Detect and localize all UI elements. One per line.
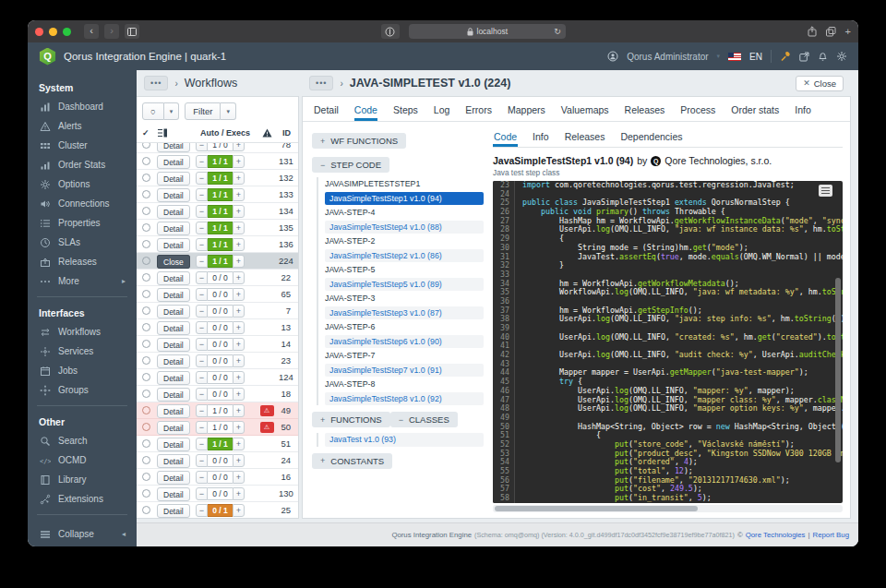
- row-radio[interactable]: [142, 340, 150, 348]
- increment-button[interactable]: +: [233, 155, 245, 168]
- tree-section-wf-functions[interactable]: +WF FUNCTIONS: [312, 133, 406, 149]
- filter-button[interactable]: Filter: [185, 102, 221, 120]
- row-radio[interactable]: [142, 157, 150, 165]
- notifications-bell-icon[interactable]: [818, 51, 828, 62]
- decrement-button[interactable]: −: [196, 471, 208, 484]
- back-button[interactable]: ‹: [84, 24, 99, 39]
- new-tab-button[interactable]: +: [845, 26, 851, 37]
- zoom-window-button[interactable]: [63, 28, 71, 36]
- increment-button[interactable]: +: [233, 321, 245, 334]
- tab-code[interactable]: Code: [354, 104, 377, 121]
- tree-section-classes[interactable]: −CLASSES: [390, 412, 458, 427]
- user-caret-icon[interactable]: ▾: [717, 53, 721, 60]
- detail-button[interactable]: Detail: [157, 471, 190, 485]
- subtab-info[interactable]: Info: [532, 129, 550, 147]
- tree-section-step-code[interactable]: −STEP CODE: [312, 157, 389, 173]
- tab-order-stats[interactable]: Order stats: [731, 104, 779, 121]
- share-icon[interactable]: [808, 26, 817, 37]
- selection-button[interactable]: ○: [142, 102, 164, 120]
- company-link[interactable]: Qore Technologies: [746, 531, 806, 539]
- row-radio[interactable]: [142, 143, 150, 149]
- decrement-button[interactable]: −: [196, 371, 208, 384]
- table-row[interactable]: Detail−1 / 1+133: [137, 186, 298, 203]
- sidebar-collapse-button[interactable]: Collapse◂: [28, 524, 137, 544]
- increment-button[interactable]: +: [233, 238, 245, 251]
- table-row[interactable]: Detail−1 / 0+⚠49: [137, 402, 298, 419]
- tree-item-link[interactable]: JavaSimpleTestStep4 v1.0 (88): [325, 221, 484, 234]
- subtab-code[interactable]: Code: [493, 129, 518, 147]
- row-radio[interactable]: [142, 356, 150, 365]
- table-row[interactable]: Detail−1 / 1+134: [137, 203, 298, 220]
- tree-item-link[interactable]: JavaSimpleTestStep1 v1.0 (94): [325, 192, 484, 206]
- row-radio[interactable]: [142, 489, 150, 498]
- increment-button[interactable]: +: [233, 305, 245, 318]
- close-window-button[interactable]: [35, 28, 43, 36]
- reload-icon[interactable]: ↻: [554, 27, 561, 36]
- detail-button[interactable]: Detail: [157, 388, 190, 402]
- code-editor[interactable]: 23import com.qoretechnologies.qorus.test…: [493, 181, 843, 503]
- increment-button[interactable]: +: [233, 454, 245, 467]
- row-radio[interactable]: [142, 174, 150, 182]
- table-row[interactable]: Close−1 / 1+224: [137, 253, 298, 270]
- decrement-button[interactable]: −: [196, 321, 208, 334]
- increment-button[interactable]: +: [233, 271, 245, 284]
- tree-item-link[interactable]: JavaSimpleTestStep3 v1.0 (87): [325, 306, 484, 320]
- selection-caret-button[interactable]: ▾: [164, 102, 180, 120]
- sidebar-item-alerts[interactable]: Alerts: [28, 116, 137, 136]
- detail-button[interactable]: Detail: [157, 188, 190, 202]
- decrement-button[interactable]: −: [196, 421, 208, 434]
- sidebar-item-connections[interactable]: Connections: [28, 194, 137, 213]
- alerts-column-header[interactable]: [255, 128, 279, 138]
- row-radio[interactable]: [142, 190, 150, 198]
- table-row[interactable]: Detail−0 / 0+65: [137, 286, 298, 303]
- row-radio[interactable]: [142, 306, 150, 315]
- decrement-button[interactable]: −: [196, 305, 208, 318]
- external-link-icon[interactable]: [799, 52, 809, 62]
- row-radio[interactable]: [142, 439, 150, 448]
- table-row[interactable]: Detail−0 / 0+18: [137, 386, 298, 402]
- detail-button[interactable]: Detail: [157, 504, 190, 518]
- table-row[interactable]: Detail−1 / 1+51: [137, 436, 298, 452]
- close-button[interactable]: ✕Close: [796, 76, 844, 91]
- error-warning-badge[interactable]: ⚠: [260, 422, 274, 433]
- detail-button[interactable]: Detail: [157, 238, 190, 252]
- row-radio[interactable]: [142, 257, 150, 265]
- panel-menu-button[interactable]: •••: [144, 76, 168, 90]
- subtab-releases[interactable]: Releases: [564, 129, 606, 147]
- sidebar-item-more[interactable]: More▸: [28, 271, 137, 291]
- decrement-button[interactable]: −: [196, 155, 208, 168]
- tab-valuemaps[interactable]: Valuemaps: [561, 104, 609, 121]
- table-row[interactable]: Detail−1 / 1+136: [137, 236, 298, 253]
- increment-button[interactable]: +: [233, 388, 245, 401]
- decrement-button[interactable]: −: [196, 222, 208, 234]
- row-radio[interactable]: [142, 406, 150, 414]
- table-row[interactable]: Detail−0 / 0+124: [137, 369, 298, 386]
- wrench-icon[interactable]: [780, 51, 791, 62]
- decrement-button[interactable]: −: [196, 238, 208, 251]
- decrement-button[interactable]: −: [196, 454, 208, 467]
- row-radio[interactable]: [142, 473, 150, 481]
- sidebar-item-workflows[interactable]: Workflows: [28, 322, 137, 342]
- shield-icon[interactable]: [381, 24, 400, 39]
- decrement-button[interactable]: −: [196, 404, 208, 417]
- tree-item-link[interactable]: JavaSimpleTestStep8 v1.0 (92): [325, 392, 484, 406]
- decrement-button[interactable]: −: [196, 438, 208, 450]
- id-column-header[interactable]: ID: [279, 128, 293, 138]
- vertical-scrollbar[interactable]: [835, 278, 841, 462]
- row-radio[interactable]: [142, 290, 150, 298]
- detail-button[interactable]: Detail: [157, 305, 190, 318]
- address-bar[interactable]: localhost ↻: [409, 24, 566, 39]
- table-row[interactable]: Detail−0 / 0+13: [137, 319, 298, 336]
- report-bug-link[interactable]: Report Bug: [813, 531, 849, 539]
- decrement-button[interactable]: −: [196, 205, 208, 218]
- sidebar-item-search[interactable]: Search: [28, 431, 137, 450]
- increment-button[interactable]: +: [233, 487, 245, 500]
- sidebar-item-jobs[interactable]: Jobs: [28, 361, 137, 380]
- increment-button[interactable]: +: [233, 188, 245, 201]
- table-row[interactable]: Detail−0 / 0+16: [137, 469, 298, 486]
- detail-button[interactable]: Detail: [157, 143, 190, 152]
- detail-button[interactable]: Detail: [157, 155, 190, 169]
- tab-log[interactable]: Log: [434, 104, 450, 121]
- increment-button[interactable]: +: [233, 172, 245, 185]
- increment-button[interactable]: +: [233, 471, 245, 484]
